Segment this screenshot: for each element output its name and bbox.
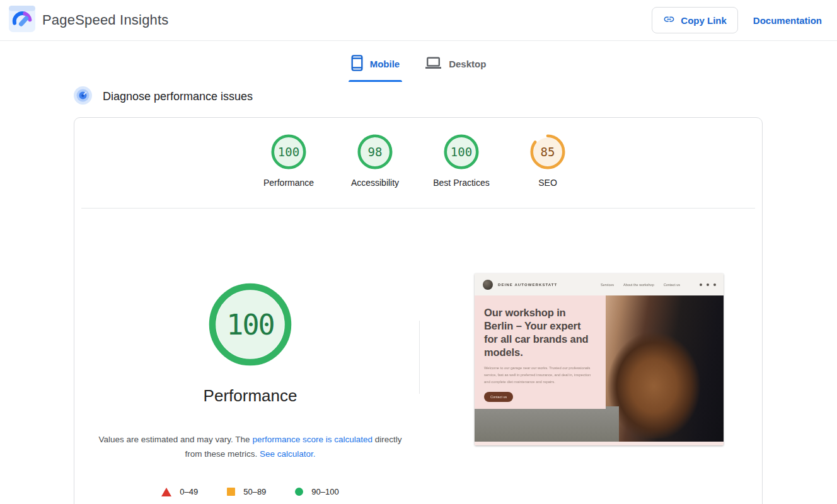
link-icon <box>663 13 675 27</box>
preview-site-logo <box>483 280 493 290</box>
score-legend: 0–49 50–89 90–100 <box>161 487 338 496</box>
section-title: Diagnose performance issues <box>103 90 253 103</box>
performance-main-score: 100 <box>209 283 292 366</box>
score-performance[interactable]: 100 Performance <box>246 134 332 188</box>
green-circle-icon <box>295 488 303 496</box>
preview-asphalt-area <box>475 406 619 442</box>
tab-mobile-label: Mobile <box>370 59 400 69</box>
score-seo[interactable]: 85 SEO <box>505 134 591 188</box>
documentation-link[interactable]: Documentation <box>753 15 822 26</box>
copy-link-button[interactable]: Copy Link <box>652 7 738 33</box>
device-tabs: Mobile Desktop <box>0 41 837 82</box>
orange-square-icon <box>227 488 235 496</box>
seo-score-label: SEO <box>538 178 557 188</box>
category-scores-row: 100 Performance 98 Accessibility 100 <box>81 118 755 200</box>
legend-average-range: 50–89 <box>243 487 266 496</box>
score-calculated-link[interactable]: performance score is calculated <box>252 435 372 444</box>
app-logo-title[interactable]: PageSpeed Insights <box>9 6 169 35</box>
tab-desktop-label: Desktop <box>449 59 486 69</box>
social-dot-icon <box>707 284 709 286</box>
accessibility-score-value: 98 <box>357 134 393 169</box>
copy-link-label: Copy Link <box>681 15 727 26</box>
app-title: PageSpeed Insights <box>42 12 169 28</box>
accessibility-score-gauge: 98 <box>357 134 393 169</box>
best-practices-score-label: Best Practices <box>433 178 489 188</box>
red-triangle-icon <box>161 488 171 496</box>
preview-nav-item: Services <box>601 283 614 287</box>
diagnose-gauge-icon <box>74 86 92 107</box>
see-calculator-link[interactable]: See calculator. <box>260 449 316 459</box>
score-accessibility[interactable]: 98 Accessibility <box>332 134 418 188</box>
legend-fail: 0–49 <box>161 487 198 496</box>
social-dot-icon <box>700 284 702 286</box>
preview-hero-heading: Our workshop in Berlin – Your expert for… <box>484 306 596 359</box>
performance-score-label: Performance <box>263 178 314 188</box>
preview-hero-paragraph: Welcome to our garage near our works. Tr… <box>484 365 596 386</box>
performance-pane: 100 Performance Values are estimated and… <box>81 209 419 496</box>
score-best-practices[interactable]: 100 Best Practices <box>418 134 505 188</box>
seo-score-value: 85 <box>530 134 565 169</box>
preview-site-nav: Services About the workshop Contact us <box>601 283 680 287</box>
performance-main-gauge: 100 <box>209 283 292 366</box>
preview-nav-item: About the workshop <box>623 283 654 287</box>
legend-good-range: 90–100 <box>311 487 338 496</box>
page-screenshot-preview: DEINE AUTOWERKSTATT Services About the w… <box>475 273 724 445</box>
preview-nav-item: Contact us <box>664 283 680 287</box>
legend-average: 50–89 <box>227 487 266 496</box>
performance-score-value: 100 <box>271 134 306 169</box>
screenshot-pane: DEINE AUTOWERKSTATT Services About the w… <box>420 209 755 496</box>
performance-panel-title: Performance <box>204 386 297 406</box>
top-app-bar: PageSpeed Insights Copy Link Documentati… <box>0 0 837 41</box>
accessibility-score-label: Accessibility <box>351 178 399 188</box>
performance-score-gauge: 100 <box>271 134 306 169</box>
report-card: 100 Performance 98 Accessibility 100 <box>74 117 763 504</box>
legend-fail-range: 0–49 <box>180 487 198 496</box>
mobile-phone-icon <box>351 55 363 73</box>
preview-site-header: DEINE AUTOWERKSTATT Services About the w… <box>475 273 724 295</box>
legend-good: 90–100 <box>295 487 338 496</box>
preview-social-icons <box>700 284 716 286</box>
pagespeed-logo-icon <box>9 6 35 35</box>
desktop-laptop-icon <box>425 56 442 72</box>
seo-score-gauge: 85 <box>530 134 565 169</box>
performance-note: Values are estimated and may vary. The p… <box>97 432 403 462</box>
tab-desktop[interactable]: Desktop <box>424 51 487 82</box>
tab-mobile[interactable]: Mobile <box>350 51 401 82</box>
preview-hero-card: Our workshop in Berlin – Your expert for… <box>475 295 606 409</box>
best-practices-score-gauge: 100 <box>444 134 479 169</box>
preview-contact-button: Contact us <box>484 392 513 402</box>
section-heading: Diagnose performance issues <box>74 87 837 106</box>
social-dot-icon <box>713 284 716 286</box>
preview-site-brand: DEINE AUTOWERKSTATT <box>498 283 557 287</box>
performance-detail-row: 100 Performance Values are estimated and… <box>81 209 755 496</box>
note-prefix: Values are estimated and may vary. The <box>99 435 253 444</box>
best-practices-score-value: 100 <box>444 134 479 169</box>
preview-footer-strip <box>475 442 724 445</box>
